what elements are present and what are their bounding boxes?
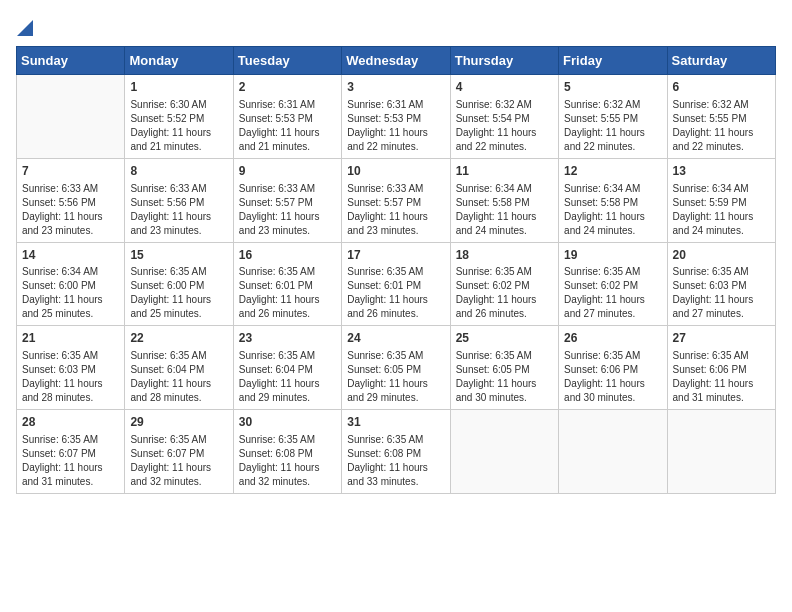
day-number: 3 xyxy=(347,79,444,96)
day-number: 19 xyxy=(564,247,661,264)
day-number: 31 xyxy=(347,414,444,431)
day-number: 12 xyxy=(564,163,661,180)
day-info: Sunrise: 6:33 AMSunset: 5:56 PMDaylight:… xyxy=(130,182,227,238)
calendar-cell: 27Sunrise: 6:35 AMSunset: 6:06 PMDayligh… xyxy=(667,326,775,410)
day-info: Sunrise: 6:35 AMSunset: 6:05 PMDaylight:… xyxy=(456,349,553,405)
day-number: 11 xyxy=(456,163,553,180)
day-info: Sunrise: 6:35 AMSunset: 6:08 PMDaylight:… xyxy=(347,433,444,489)
day-number: 6 xyxy=(673,79,770,96)
calendar-cell: 12Sunrise: 6:34 AMSunset: 5:58 PMDayligh… xyxy=(559,158,667,242)
day-number: 24 xyxy=(347,330,444,347)
day-number: 21 xyxy=(22,330,119,347)
calendar-cell: 2Sunrise: 6:31 AMSunset: 5:53 PMDaylight… xyxy=(233,75,341,159)
weekday-header-tuesday: Tuesday xyxy=(233,47,341,75)
day-info: Sunrise: 6:33 AMSunset: 5:57 PMDaylight:… xyxy=(347,182,444,238)
weekday-header-wednesday: Wednesday xyxy=(342,47,450,75)
day-info: Sunrise: 6:35 AMSunset: 6:07 PMDaylight:… xyxy=(130,433,227,489)
week-row-1: 1Sunrise: 6:30 AMSunset: 5:52 PMDaylight… xyxy=(17,75,776,159)
day-number: 7 xyxy=(22,163,119,180)
day-info: Sunrise: 6:35 AMSunset: 6:01 PMDaylight:… xyxy=(347,265,444,321)
calendar-header: SundayMondayTuesdayWednesdayThursdayFrid… xyxy=(17,47,776,75)
calendar-cell: 25Sunrise: 6:35 AMSunset: 6:05 PMDayligh… xyxy=(450,326,558,410)
day-info: Sunrise: 6:35 AMSunset: 6:02 PMDaylight:… xyxy=(456,265,553,321)
calendar-cell: 3Sunrise: 6:31 AMSunset: 5:53 PMDaylight… xyxy=(342,75,450,159)
day-number: 17 xyxy=(347,247,444,264)
day-info: Sunrise: 6:32 AMSunset: 5:54 PMDaylight:… xyxy=(456,98,553,154)
day-number: 4 xyxy=(456,79,553,96)
day-number: 20 xyxy=(673,247,770,264)
calendar-cell: 15Sunrise: 6:35 AMSunset: 6:00 PMDayligh… xyxy=(125,242,233,326)
week-row-4: 21Sunrise: 6:35 AMSunset: 6:03 PMDayligh… xyxy=(17,326,776,410)
day-number: 14 xyxy=(22,247,119,264)
day-number: 10 xyxy=(347,163,444,180)
day-info: Sunrise: 6:31 AMSunset: 5:53 PMDaylight:… xyxy=(239,98,336,154)
logo[interactable] xyxy=(16,16,34,34)
day-number: 29 xyxy=(130,414,227,431)
calendar-cell: 14Sunrise: 6:34 AMSunset: 6:00 PMDayligh… xyxy=(17,242,125,326)
day-info: Sunrise: 6:34 AMSunset: 5:58 PMDaylight:… xyxy=(564,182,661,238)
week-row-3: 14Sunrise: 6:34 AMSunset: 6:00 PMDayligh… xyxy=(17,242,776,326)
calendar-cell: 23Sunrise: 6:35 AMSunset: 6:04 PMDayligh… xyxy=(233,326,341,410)
calendar-cell xyxy=(559,410,667,494)
day-info: Sunrise: 6:34 AMSunset: 6:00 PMDaylight:… xyxy=(22,265,119,321)
calendar-cell: 28Sunrise: 6:35 AMSunset: 6:07 PMDayligh… xyxy=(17,410,125,494)
day-info: Sunrise: 6:35 AMSunset: 6:04 PMDaylight:… xyxy=(239,349,336,405)
day-info: Sunrise: 6:33 AMSunset: 5:57 PMDaylight:… xyxy=(239,182,336,238)
day-number: 8 xyxy=(130,163,227,180)
calendar-cell: 30Sunrise: 6:35 AMSunset: 6:08 PMDayligh… xyxy=(233,410,341,494)
day-info: Sunrise: 6:35 AMSunset: 6:03 PMDaylight:… xyxy=(673,265,770,321)
logo-triangle-icon xyxy=(17,16,33,36)
weekday-header-monday: Monday xyxy=(125,47,233,75)
calendar-table: SundayMondayTuesdayWednesdayThursdayFrid… xyxy=(16,46,776,494)
day-number: 25 xyxy=(456,330,553,347)
calendar-cell: 18Sunrise: 6:35 AMSunset: 6:02 PMDayligh… xyxy=(450,242,558,326)
calendar-cell: 22Sunrise: 6:35 AMSunset: 6:04 PMDayligh… xyxy=(125,326,233,410)
calendar-cell: 21Sunrise: 6:35 AMSunset: 6:03 PMDayligh… xyxy=(17,326,125,410)
day-info: Sunrise: 6:35 AMSunset: 6:00 PMDaylight:… xyxy=(130,265,227,321)
page-header xyxy=(16,16,776,34)
weekday-header-thursday: Thursday xyxy=(450,47,558,75)
calendar-cell: 24Sunrise: 6:35 AMSunset: 6:05 PMDayligh… xyxy=(342,326,450,410)
week-row-5: 28Sunrise: 6:35 AMSunset: 6:07 PMDayligh… xyxy=(17,410,776,494)
week-row-2: 7Sunrise: 6:33 AMSunset: 5:56 PMDaylight… xyxy=(17,158,776,242)
day-info: Sunrise: 6:34 AMSunset: 5:59 PMDaylight:… xyxy=(673,182,770,238)
calendar-cell: 16Sunrise: 6:35 AMSunset: 6:01 PMDayligh… xyxy=(233,242,341,326)
day-number: 1 xyxy=(130,79,227,96)
calendar-cell: 17Sunrise: 6:35 AMSunset: 6:01 PMDayligh… xyxy=(342,242,450,326)
day-info: Sunrise: 6:32 AMSunset: 5:55 PMDaylight:… xyxy=(673,98,770,154)
weekday-header-friday: Friday xyxy=(559,47,667,75)
day-info: Sunrise: 6:32 AMSunset: 5:55 PMDaylight:… xyxy=(564,98,661,154)
weekday-header-saturday: Saturday xyxy=(667,47,775,75)
calendar-cell: 10Sunrise: 6:33 AMSunset: 5:57 PMDayligh… xyxy=(342,158,450,242)
day-info: Sunrise: 6:35 AMSunset: 6:06 PMDaylight:… xyxy=(673,349,770,405)
day-number: 13 xyxy=(673,163,770,180)
calendar-cell: 4Sunrise: 6:32 AMSunset: 5:54 PMDaylight… xyxy=(450,75,558,159)
calendar-cell: 19Sunrise: 6:35 AMSunset: 6:02 PMDayligh… xyxy=(559,242,667,326)
day-number: 9 xyxy=(239,163,336,180)
day-number: 18 xyxy=(456,247,553,264)
day-info: Sunrise: 6:35 AMSunset: 6:02 PMDaylight:… xyxy=(564,265,661,321)
day-number: 5 xyxy=(564,79,661,96)
day-info: Sunrise: 6:31 AMSunset: 5:53 PMDaylight:… xyxy=(347,98,444,154)
calendar-cell: 31Sunrise: 6:35 AMSunset: 6:08 PMDayligh… xyxy=(342,410,450,494)
calendar-cell: 6Sunrise: 6:32 AMSunset: 5:55 PMDaylight… xyxy=(667,75,775,159)
calendar-cell: 9Sunrise: 6:33 AMSunset: 5:57 PMDaylight… xyxy=(233,158,341,242)
calendar-cell: 1Sunrise: 6:30 AMSunset: 5:52 PMDaylight… xyxy=(125,75,233,159)
calendar-cell: 8Sunrise: 6:33 AMSunset: 5:56 PMDaylight… xyxy=(125,158,233,242)
day-info: Sunrise: 6:35 AMSunset: 6:08 PMDaylight:… xyxy=(239,433,336,489)
calendar-cell xyxy=(667,410,775,494)
day-info: Sunrise: 6:33 AMSunset: 5:56 PMDaylight:… xyxy=(22,182,119,238)
calendar-body: 1Sunrise: 6:30 AMSunset: 5:52 PMDaylight… xyxy=(17,75,776,494)
day-number: 30 xyxy=(239,414,336,431)
day-info: Sunrise: 6:35 AMSunset: 6:03 PMDaylight:… xyxy=(22,349,119,405)
calendar-cell xyxy=(450,410,558,494)
day-info: Sunrise: 6:35 AMSunset: 6:06 PMDaylight:… xyxy=(564,349,661,405)
calendar-cell: 11Sunrise: 6:34 AMSunset: 5:58 PMDayligh… xyxy=(450,158,558,242)
svg-marker-0 xyxy=(17,20,33,36)
weekday-header-row: SundayMondayTuesdayWednesdayThursdayFrid… xyxy=(17,47,776,75)
day-number: 26 xyxy=(564,330,661,347)
calendar-cell: 7Sunrise: 6:33 AMSunset: 5:56 PMDaylight… xyxy=(17,158,125,242)
day-number: 23 xyxy=(239,330,336,347)
day-info: Sunrise: 6:35 AMSunset: 6:01 PMDaylight:… xyxy=(239,265,336,321)
day-number: 22 xyxy=(130,330,227,347)
